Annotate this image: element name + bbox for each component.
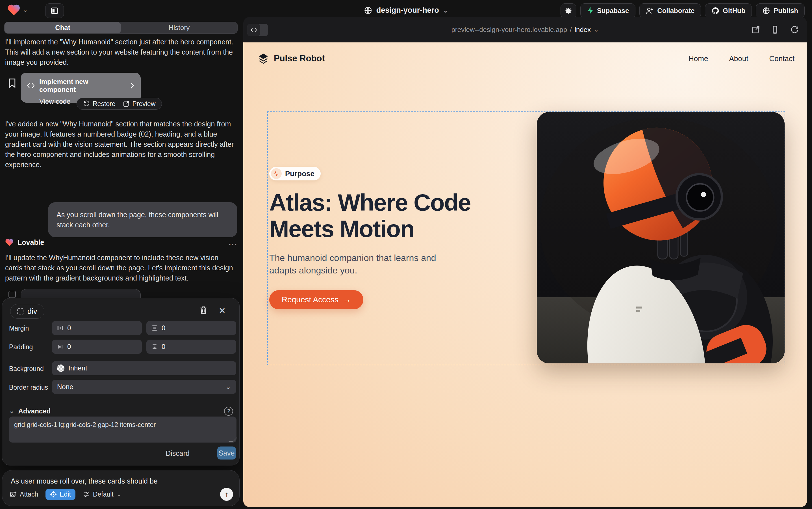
restore-label: Restore	[93, 100, 116, 108]
chevron-down-icon: ⌄	[23, 6, 28, 13]
border-radius-select[interactable]: None ⌄	[52, 380, 236, 394]
code-icon	[247, 24, 260, 36]
cta-label: Request Access	[282, 295, 338, 304]
layers-icon	[257, 53, 269, 65]
lovable-heart-icon	[5, 238, 13, 246]
composer-draft-text[interactable]: As user mouse roll over, these cards sho…	[11, 477, 158, 485]
globe-icon	[364, 6, 372, 15]
edit-mode-button[interactable]: Edit	[45, 489, 75, 500]
collaborate-icon	[646, 7, 654, 14]
advanced-label: Advanced	[18, 407, 50, 415]
margin-label: Margin	[9, 325, 29, 332]
code-view-toggle[interactable]	[247, 24, 268, 36]
lovable-heart-icon	[7, 4, 20, 16]
tab-history[interactable]: History	[121, 22, 237, 33]
send-button[interactable]: ↑	[220, 488, 233, 501]
collaborate-button[interactable]: Collaborate	[639, 3, 701, 18]
collaborate-label: Collaborate	[657, 7, 695, 15]
padding-x-input[interactable]: 0	[52, 340, 142, 354]
refresh-icon[interactable]	[790, 26, 799, 34]
hero-subheadline: The humanoid companion that learns and a…	[269, 252, 456, 277]
attach-label: Attach	[20, 490, 38, 498]
element-inspector-panel: div ✕ Margin 0 0 Padding 0 0 Background …	[2, 298, 239, 466]
code-icon	[27, 82, 35, 89]
chevron-down-icon: ⌄	[9, 407, 14, 415]
margin-x-icon	[57, 325, 63, 331]
chat-mode-select[interactable]: Default ⌄	[83, 490, 121, 498]
border-radius-value: None	[57, 383, 73, 391]
publish-button[interactable]: Publish	[756, 3, 805, 18]
project-name: design-your-hero	[376, 6, 439, 15]
nav-about[interactable]: About	[729, 54, 748, 63]
attach-button[interactable]: Attach	[10, 490, 38, 498]
open-in-new-tab-icon[interactable]	[751, 26, 760, 34]
margin-y-icon	[151, 325, 158, 331]
dashed-square-icon	[17, 308, 24, 314]
pulse-icon	[271, 168, 282, 179]
request-access-button[interactable]: Request Access →	[269, 290, 363, 309]
restore-preview-pill: Restore Preview	[77, 98, 162, 110]
padding-x-value: 0	[67, 343, 71, 351]
headline-line-1: Atlas: Where Code	[269, 190, 471, 216]
hero-robot-image	[537, 112, 785, 363]
preview-url-domain: preview--design-your-hero.lovable.app	[451, 26, 567, 34]
background-input[interactable]: Inherit	[52, 361, 236, 375]
nav-contact[interactable]: Contact	[769, 54, 795, 63]
preview-url-page: index	[575, 26, 591, 34]
margin-y-input[interactable]: 0	[146, 321, 236, 335]
restore-button[interactable]: Restore	[83, 100, 116, 108]
assistant-message-1: I'll implement the "Why Humanoid" sectio…	[5, 37, 234, 67]
chevron-down-icon: ⌄	[116, 490, 121, 498]
settings-button[interactable]	[560, 3, 576, 18]
element-tag: div	[27, 307, 37, 316]
advanced-section-toggle[interactable]: ⌄ Advanced ?	[9, 407, 233, 416]
supabase-button[interactable]: Supabase	[580, 3, 635, 18]
publish-globe-icon	[762, 7, 770, 15]
bookmark-icon[interactable]	[8, 78, 16, 88]
close-icon[interactable]: ✕	[219, 306, 226, 315]
margin-y-value: 0	[161, 324, 165, 332]
site-canvas: Pulse Robot Home About Contact Purpose A…	[243, 42, 807, 507]
border-radius-label: Border radius	[9, 384, 48, 392]
chevron-down-icon: ⌄	[594, 26, 599, 33]
sidebar-toggle-button[interactable]	[45, 3, 64, 18]
help-icon[interactable]: ?	[224, 407, 233, 416]
mobile-view-icon[interactable]	[771, 26, 779, 34]
chevron-down-icon: ⌄	[443, 7, 448, 14]
delete-element-button[interactable]	[199, 306, 208, 315]
assistant-name: Lovable	[17, 238, 44, 246]
padding-x-icon	[57, 344, 63, 350]
margin-x-value: 0	[67, 324, 71, 332]
headline-line-2: Meets Motion	[269, 216, 471, 242]
padding-y-input[interactable]: 0	[146, 340, 236, 354]
tab-chat[interactable]: Chat	[4, 22, 121, 33]
advanced-classes-textarea[interactable]: grid grid-cols-1 lg:grid-cols-2 gap-12 i…	[9, 416, 236, 443]
chevron-right-icon	[130, 82, 135, 89]
github-label: GitHub	[723, 7, 745, 15]
component-card-title: Implement new component	[39, 78, 125, 94]
mode-label: Default	[93, 490, 114, 498]
preview-button[interactable]: Preview	[123, 100, 156, 108]
supabase-label: Supabase	[597, 7, 629, 15]
site-brand-name: Pulse Robot	[274, 54, 325, 64]
url-separator: /	[570, 26, 572, 34]
discard-button[interactable]: Discard	[165, 449, 190, 457]
preview-panel: preview--design-your-hero.lovable.app / …	[243, 17, 807, 507]
site-brand[interactable]: Pulse Robot	[257, 53, 325, 65]
assistant-header: Lovable ...	[5, 238, 237, 247]
margin-x-input[interactable]: 0	[52, 321, 142, 335]
github-button[interactable]: GitHub	[705, 3, 752, 18]
padding-y-value: 0	[161, 343, 165, 351]
nav-home[interactable]: Home	[689, 54, 708, 63]
sidebar-panel-icon	[50, 6, 59, 15]
selected-element-chip[interactable]: div	[10, 304, 44, 319]
assistant-message-2: I've added a new "Why Humanoid" section …	[5, 119, 234, 170]
save-button[interactable]: Save	[217, 446, 236, 460]
message-menu-button[interactable]: ...	[229, 238, 237, 247]
gear-icon	[564, 7, 573, 15]
preview-url-bar[interactable]: preview--design-your-hero.lovable.app / …	[243, 17, 807, 42]
chat-composer[interactable]: As user mouse roll over, these cards sho…	[2, 470, 239, 506]
lovable-menu-button[interactable]: ⌄	[7, 4, 28, 16]
chevron-down-icon: ⌄	[225, 383, 231, 391]
assistant-message-3: I'll update the WhyHumanoid component to…	[5, 252, 234, 283]
